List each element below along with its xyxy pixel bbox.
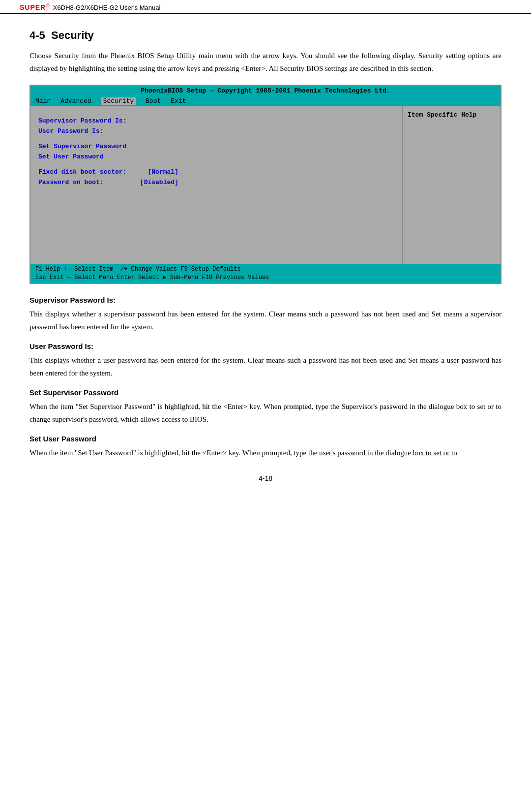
bios-supervisor-password-is: Supervisor Password Is:: [38, 117, 394, 125]
bios-title-bar: PhoenixBIOS Setup – Copyright 1985-2001 …: [30, 86, 501, 96]
subsection-body-supervisor-password-is: This displays whether a supervisor passw…: [30, 308, 502, 333]
bios-footer: F1 Help ↑↓ Select Item –/+ Change Values…: [30, 264, 501, 283]
bios-password-on-boot[interactable]: Password on boot: [Disabled]: [38, 179, 394, 186]
subsection-body-user-password-is: This displays whether a user password ha…: [30, 354, 502, 379]
page-number: 4-18: [30, 474, 502, 482]
brand-reg: ®: [46, 3, 49, 8]
intro-paragraph: Choose Security from the Phoenix BIOS Se…: [30, 50, 502, 75]
bios-user-password-is: User Password Is:: [38, 127, 394, 135]
subsection-title-set-supervisor: Set Supervisor Password: [30, 388, 502, 397]
bios-set-user-password[interactable]: Set User Password: [38, 153, 394, 160]
brand-text: SUPER® X6DH8-G2/X6DHE-G2 User's Manual: [20, 3, 160, 11]
bios-main-panel: Supervisor Password Is: User Password Is…: [30, 106, 402, 264]
bios-help-panel: Item Specific Help: [402, 106, 501, 264]
section-title: 4-5 Security: [30, 29, 502, 42]
bios-menu-bar: Main Advanced Security Boot Exit: [30, 96, 501, 106]
bios-footer-row1: F1 Help ↑↓ Select Item –/+ Change Values…: [35, 266, 496, 273]
brand-name: SUPER: [20, 3, 46, 11]
page-header: SUPER® X6DH8-G2/X6DHE-G2 User's Manual: [0, 0, 531, 14]
bios-menu-main[interactable]: Main: [35, 97, 51, 105]
page-content: 4-5 Security Choose Security from the Ph…: [0, 14, 531, 497]
subsection-body-set-supervisor: When the item "Set Supervisor Password" …: [30, 401, 502, 426]
bios-fixed-disk[interactable]: Fixed disk boot sector: [Normal]: [38, 168, 394, 176]
bios-footer-row2: Esc Exit ↔ Select Menu Enter Select ▶ Su…: [35, 274, 496, 281]
bios-menu-security[interactable]: Security: [101, 97, 136, 105]
subsection-title-supervisor-password-is: Supervisor Password Is:: [30, 296, 502, 304]
bios-screenshot: PhoenixBIOS Setup – Copyright 1985-2001 …: [30, 85, 502, 284]
bios-menu-advanced[interactable]: Advanced: [60, 97, 91, 105]
subsection-title-set-user: Set User Password: [30, 435, 502, 443]
bios-menu-boot[interactable]: Boot: [146, 97, 161, 105]
manual-title: X6DH8-G2/X6DHE-G2 User's Manual: [53, 4, 161, 11]
subsection-title-user-password-is: User Password Is:: [30, 342, 502, 350]
bios-set-supervisor-password[interactable]: Set Supervisor Password: [38, 143, 394, 150]
bios-menu-exit[interactable]: Exit: [171, 97, 186, 105]
bios-body: Supervisor Password Is: User Password Is…: [30, 106, 501, 264]
subsection-body-set-user: When the item "Set User Password" is hig…: [30, 447, 502, 460]
